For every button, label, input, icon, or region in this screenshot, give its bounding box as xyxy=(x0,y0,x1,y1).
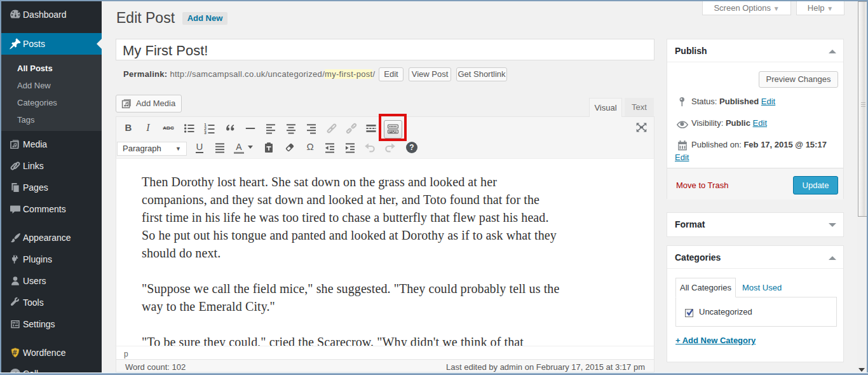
svg-text:3: 3 xyxy=(204,130,207,135)
